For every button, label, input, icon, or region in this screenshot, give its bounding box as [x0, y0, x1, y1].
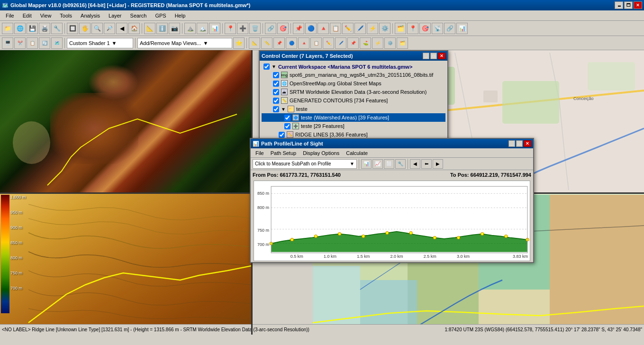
extra4[interactable]: 📋 — [330, 23, 341, 34]
cc-close[interactable]: ✕ — [438, 53, 445, 59]
pp-tb-split[interactable]: ⬜ — [384, 159, 394, 169]
workspace-expand[interactable]: ▼ — [272, 64, 276, 69]
home[interactable]: 🏠 — [128, 23, 140, 34]
layer-spot6-checkbox[interactable] — [273, 72, 279, 78]
tb2-extra7[interactable]: ✏️ — [323, 37, 334, 49]
cc-maximize[interactable]: □ — [430, 53, 437, 59]
tb2-extra4[interactable]: 🔵 — [286, 37, 297, 49]
tb2-btn5[interactable]: 🗺️ — [51, 37, 63, 49]
layer-watershed[interactable]: 🔷 teste (Watershed Areas) [39 Features] — [262, 113, 445, 122]
pp-minimize[interactable]: _ — [508, 140, 515, 147]
extra5[interactable]: ✏️ — [342, 23, 354, 34]
tb2-extra6[interactable]: 📋 — [310, 37, 322, 49]
zoom-back[interactable]: ◀ — [116, 23, 127, 34]
menu-view[interactable]: View — [36, 12, 55, 19]
layer-osm-checkbox[interactable] — [273, 81, 279, 87]
menu-gps[interactable]: GPS — [151, 12, 170, 19]
pp-menu-display[interactable]: Display Options — [300, 149, 342, 157]
pp-tb-prev[interactable]: ◀ — [410, 159, 420, 169]
tb2-btn3[interactable]: 📋 — [27, 37, 38, 49]
tb2-btn2[interactable]: ✂️ — [14, 37, 26, 49]
terrain2[interactable]: 🏔️ — [197, 23, 208, 34]
layer-osm[interactable]: 🌐 OpenStreetMap.org Global Street Maps — [262, 79, 445, 88]
print-button[interactable]: 🖨️ — [39, 23, 50, 34]
profile-chart[interactable]: 850 m 800 m 750 m 700 m — [254, 181, 530, 261]
layer-ridge-checkbox[interactable] — [279, 132, 285, 138]
cc-minimize[interactable]: _ — [423, 53, 429, 59]
extra7[interactable]: ⚡ — [367, 23, 378, 34]
layer-watershed-checkbox[interactable] — [284, 115, 290, 121]
pp-menu-calculate[interactable]: Calculate — [343, 149, 371, 157]
layer-teste29-checkbox[interactable] — [284, 123, 290, 129]
target-btn[interactable]: 🎯 — [277, 23, 289, 34]
extra1[interactable]: 📌 — [293, 23, 304, 34]
layer-teste29[interactable]: ➕ teste [29 Features] — [262, 122, 445, 130]
hand-tool[interactable]: 🖐️ — [79, 23, 91, 34]
tb2-extra5[interactable]: 🔺 — [298, 37, 309, 49]
control-center-titlebar[interactable]: Control Center (7 Layers, 7 Selected) _ … — [260, 51, 447, 61]
extra9[interactable]: 🗂️ — [395, 23, 406, 34]
close-button[interactable]: ✕ — [634, 1, 642, 9]
layer-spot6[interactable]: img spot6_psm_mariana_mg_wgs84_utm23s_20… — [262, 71, 445, 79]
minimize-button[interactable]: 🗕 — [615, 1, 623, 9]
tb2-extra2[interactable]: 📏 — [261, 37, 272, 49]
maximize-button[interactable]: 🗖 — [624, 1, 633, 9]
tb2-btn4[interactable]: 🔄 — [39, 37, 50, 49]
layer-srtm-checkbox[interactable] — [273, 89, 279, 95]
teste-expand[interactable]: ▼ — [281, 107, 286, 112]
capture[interactable]: 📷 — [169, 23, 180, 34]
tb2-btn1[interactable]: 🖥️ — [2, 37, 13, 49]
tb2-extra9[interactable]: 📌 — [347, 37, 359, 49]
tb2-extra12[interactable]: ⚙️ — [384, 37, 396, 49]
open-button[interactable]: 📁 — [2, 23, 13, 34]
pp-tb-fwd[interactable]: ▶ — [433, 159, 443, 169]
pp-tb-back[interactable]: ⬅ — [421, 159, 432, 169]
zoom-rect[interactable]: 🔲 — [67, 23, 78, 34]
pp-maximize[interactable]: □ — [516, 140, 523, 147]
link-btn[interactable]: 🔗 — [265, 23, 276, 34]
tb2-extra10[interactable]: ⛳ — [360, 37, 371, 49]
menu-tools[interactable]: Tools — [56, 12, 76, 19]
menu-help[interactable]: Help — [171, 12, 190, 19]
menu-analysis[interactable]: Analysis — [77, 12, 104, 19]
mapviews-dropdown[interactable]: Add/Remove Map Views... ▼ — [137, 38, 232, 48]
delete-btn[interactable]: 🗑️ — [249, 23, 261, 34]
waypoint[interactable]: 📍 — [225, 23, 236, 34]
menu-file[interactable]: File — [2, 12, 18, 19]
config-button[interactable]: 🔧 — [51, 23, 63, 34]
workspace-item[interactable]: ▼ Current Workspace <Mariana SPOT 6 mult… — [262, 63, 445, 71]
menu-edit[interactable]: Edit — [19, 12, 36, 19]
extra8[interactable]: ⚙️ — [379, 23, 390, 34]
extra13[interactable]: 🔗 — [444, 23, 455, 34]
menu-search[interactable]: Search — [127, 12, 151, 19]
save-button[interactable]: 💾 — [27, 23, 38, 34]
menu-layer[interactable]: Layer — [105, 12, 126, 19]
pp-tb-chart[interactable]: 📊 — [361, 159, 372, 169]
layer-srtm[interactable]: ⛰ SRTM Worldwide Elevation Data (3-arc-s… — [262, 88, 445, 96]
pp-close[interactable]: ✕ — [524, 140, 531, 147]
extra12[interactable]: 📡 — [432, 23, 443, 34]
layer-contours-checkbox[interactable] — [273, 98, 279, 104]
info[interactable]: ℹ️ — [156, 23, 168, 34]
pp-tb-graph[interactable]: 📈 — [372, 159, 383, 169]
pp-menu-file[interactable]: File — [253, 149, 267, 157]
web-button[interactable]: 🌐 — [14, 23, 26, 34]
shader-dropdown[interactable]: Custom Shader 1 ▼ — [67, 38, 133, 48]
terrain3[interactable]: 📊 — [209, 23, 220, 34]
tb2-extra11[interactable]: ⚡ — [372, 37, 383, 49]
tb2-extra8[interactable]: 🖊️ — [335, 37, 346, 49]
layer-teste[interactable]: ▼ 📁 teste — [262, 105, 445, 113]
zoom-out[interactable]: 🔎 — [104, 23, 115, 34]
extra14[interactable]: 📊 — [456, 23, 468, 34]
zoom-in[interactable]: 🔍 — [91, 23, 103, 34]
extra6[interactable]: 🖊️ — [354, 23, 366, 34]
pp-tb-settings[interactable]: 🔧 — [395, 159, 406, 169]
subpath-dropdown[interactable]: Click to Measure SubPath on Profile ▼ — [253, 159, 357, 169]
workspace-checkbox[interactable] — [263, 64, 270, 70]
extra2[interactable]: 🔵 — [305, 23, 317, 34]
extra3[interactable]: 🔺 — [317, 23, 329, 34]
measure[interactable]: 📐 — [144, 23, 155, 34]
tb2-extra3[interactable]: 📌 — [273, 37, 285, 49]
tb2-extra13[interactable]: 🗂️ — [397, 37, 408, 49]
pp-menu-pathsetup[interactable]: Path Setup — [268, 149, 299, 157]
